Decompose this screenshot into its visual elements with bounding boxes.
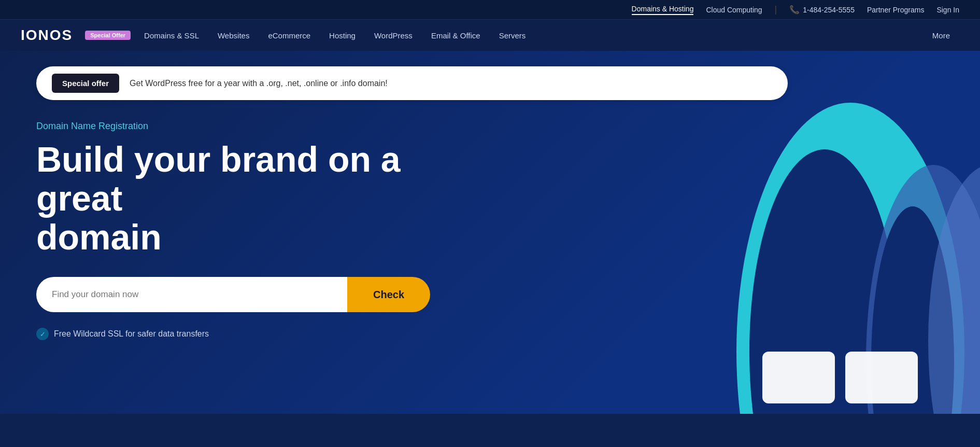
top-bar: Domains & Hosting Cloud Computing | 📞 1-… bbox=[0, 0, 980, 20]
bottom-cards bbox=[762, 352, 918, 403]
logo[interactable]: IONOS bbox=[21, 27, 73, 44]
special-offer-text: Get WordPress free for a year with a .or… bbox=[130, 79, 388, 88]
nav-link-domains-ssl[interactable]: Domains & SSL bbox=[135, 20, 208, 51]
ssl-notice: ✓ Free Wildcard SSL for safer data trans… bbox=[36, 328, 477, 340]
domain-search-input[interactable] bbox=[36, 277, 347, 312]
nav-link-websites[interactable]: Websites bbox=[208, 20, 259, 51]
special-offer-banner[interactable]: Special offer Get WordPress free for a y… bbox=[36, 66, 788, 100]
top-nav-cloud-computing[interactable]: Cloud Computing bbox=[706, 6, 762, 14]
phone-icon: 📞 bbox=[789, 5, 800, 15]
top-nav-sign-in[interactable]: Sign In bbox=[936, 6, 959, 14]
phone-area: 📞 1-484-254-5555 bbox=[789, 5, 855, 15]
nav-link-hosting[interactable]: Hosting bbox=[320, 20, 365, 51]
hero-title: Build your brand on a great domain bbox=[36, 140, 477, 256]
phone-number[interactable]: 1-484-254-5555 bbox=[803, 6, 855, 14]
ssl-notice-text: Free Wildcard SSL for safer data transfe… bbox=[54, 329, 209, 339]
nav-link-ecommerce[interactable]: eCommerce bbox=[259, 20, 320, 51]
domain-search-button[interactable]: Check bbox=[347, 277, 430, 312]
nav-link-servers[interactable]: Servers bbox=[490, 20, 535, 51]
bottom-card-1 bbox=[762, 352, 835, 403]
nav-links: Domains & SSL Websites eCommerce Hosting… bbox=[135, 20, 959, 51]
nav-link-wordpress[interactable]: WordPress bbox=[365, 20, 422, 51]
bottom-card-2 bbox=[845, 352, 918, 403]
hero-section: Special offer Get WordPress free for a y… bbox=[0, 51, 980, 414]
special-offer-badge[interactable]: Special Offer bbox=[85, 31, 131, 40]
svg-point-4 bbox=[928, 165, 980, 414]
special-offer-label: Special offer bbox=[52, 74, 119, 93]
nav-link-email-office[interactable]: Email & Office bbox=[422, 20, 490, 51]
top-nav-partner-programs[interactable]: Partner Programs bbox=[867, 6, 924, 14]
domain-registration-label: Domain Name Registration bbox=[36, 121, 477, 132]
nav-link-more[interactable]: More bbox=[923, 20, 959, 51]
search-bar: Check bbox=[36, 277, 430, 312]
hero-content: Domain Name Registration Build your bran… bbox=[36, 121, 477, 340]
check-icon: ✓ bbox=[36, 328, 49, 340]
divider: | bbox=[775, 4, 777, 15]
top-nav-domains-hosting[interactable]: Domains & Hosting bbox=[632, 5, 694, 15]
nav-bar: IONOS Special Offer Domains & SSL Websit… bbox=[0, 20, 980, 51]
